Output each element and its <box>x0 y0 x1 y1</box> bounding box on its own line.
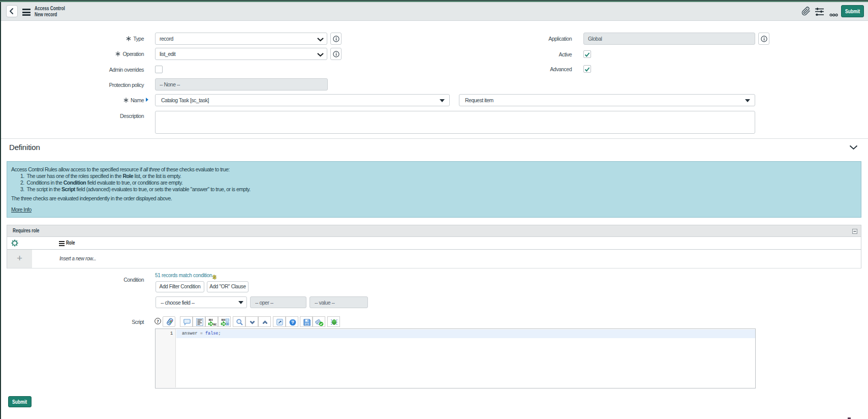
svg-text:ac: ac <box>213 322 217 326</box>
svg-text:?: ? <box>157 319 159 324</box>
svg-text:?: ? <box>291 320 294 325</box>
